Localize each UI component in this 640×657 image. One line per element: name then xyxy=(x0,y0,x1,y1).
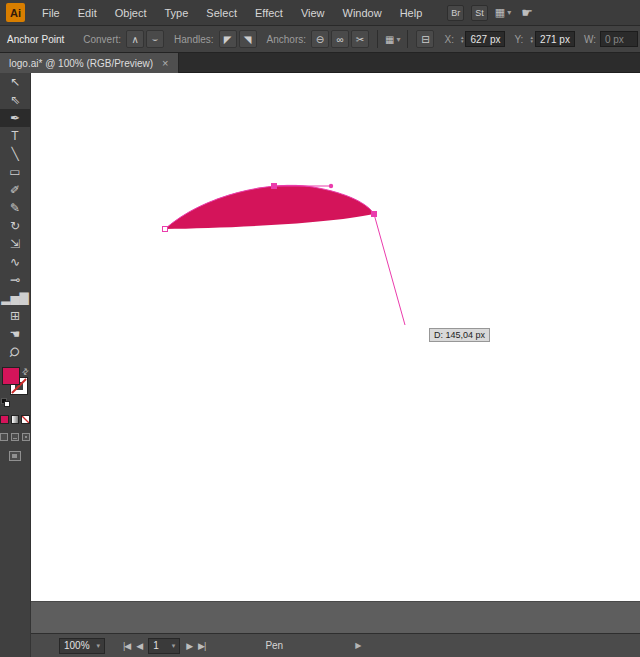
zoom-level-dropdown[interactable]: 100% ▾ xyxy=(59,638,105,654)
draw-inside-button[interactable] xyxy=(22,433,30,441)
artboard-tool[interactable]: ⊞ xyxy=(0,307,30,325)
rectangle-tool-icon: ▭ xyxy=(9,165,20,179)
pen-preview-line xyxy=(374,214,405,325)
hand-tool[interactable]: ☚ xyxy=(0,325,30,343)
bezier-handle-dot[interactable] xyxy=(329,184,333,188)
rectangle-tool[interactable]: ▭ xyxy=(0,163,30,181)
anchors-button-group: ⊖∞✂ xyxy=(310,30,370,48)
none-button[interactable] xyxy=(21,415,30,424)
menu-select[interactable]: Select xyxy=(197,0,246,26)
document-tab[interactable]: logo.ai* @ 100% (RGB/Preview) × xyxy=(0,53,179,73)
default-fill-stroke-icon[interactable] xyxy=(1,398,10,407)
color-button[interactable] xyxy=(0,415,9,424)
touch-pointer-icon[interactable]: ☛ xyxy=(521,5,533,20)
separator xyxy=(377,30,378,48)
menu-help[interactable]: Help xyxy=(391,0,432,26)
isolate-button[interactable]: ⊟ xyxy=(416,30,434,48)
menu-file[interactable]: File xyxy=(33,0,69,26)
x-stepper[interactable]: ▴ ▾ xyxy=(461,35,464,43)
artboard-number-dropdown[interactable]: 1 ▾ xyxy=(148,638,180,654)
eyedropper-tool[interactable]: ⊸ xyxy=(0,271,30,289)
menu-bar: Ai FileEditObjectTypeSelectEffectViewWin… xyxy=(0,0,640,26)
convert-point-button-0[interactable]: ∧ xyxy=(126,30,144,48)
y-stepper[interactable]: ▴ ▾ xyxy=(530,35,533,43)
w-field-group: W: 0 px xyxy=(575,31,638,47)
graph-tool-icon: ▂▅▇ xyxy=(1,291,29,305)
align-dropdown-button[interactable]: ▦ ▾ xyxy=(385,34,400,45)
stepper-down-icon: ▾ xyxy=(530,39,533,43)
menu-window[interactable]: Window xyxy=(334,0,391,26)
handle-display-button-0[interactable]: ◤ xyxy=(219,30,237,48)
pencil-tool-icon: ✎ xyxy=(10,201,20,215)
chevron-down-icon: ▾ xyxy=(172,642,176,650)
direct-selection-tool[interactable]: ⇖ xyxy=(0,91,30,109)
illustrator-window: Ai FileEditObjectTypeSelectEffectViewWin… xyxy=(0,0,640,657)
scale-tool-icon: ⇲ xyxy=(10,237,20,251)
hand-tool-icon: ☚ xyxy=(10,327,21,341)
zoom-tool[interactable]: Ϙ xyxy=(0,343,30,361)
anchor-edit-button-0[interactable]: ⊖ xyxy=(311,30,329,48)
pen-shape[interactable] xyxy=(165,185,374,229)
scale-tool[interactable]: ⇲ xyxy=(0,235,30,253)
line-tool[interactable]: ╲ xyxy=(0,145,30,163)
anchor-edit-button-1[interactable]: ∞ xyxy=(331,30,349,48)
direct-selection-tool-icon: ⇖ xyxy=(10,93,20,107)
handle-display-button-1[interactable]: ◥ xyxy=(239,30,257,48)
w-input[interactable]: 0 px xyxy=(600,31,638,47)
artboard-navigation: |◀ ◀ 1 ▾ ▶ ▶| xyxy=(123,638,205,654)
next-artboard-icon[interactable]: ▶ xyxy=(186,641,192,651)
menu-object[interactable]: Object xyxy=(106,0,156,26)
control-bar-title: Anchor Point xyxy=(7,34,64,45)
anchor-point-2[interactable] xyxy=(372,212,377,217)
rotate-tool[interactable]: ↻ xyxy=(0,217,30,235)
stepper-down-icon: ▾ xyxy=(461,39,464,43)
chevron-down-icon: ▾ xyxy=(396,35,400,44)
stock-button[interactable]: St xyxy=(471,5,488,21)
anchor-point-0[interactable] xyxy=(163,227,168,232)
paintbrush-tool-icon: ✐ xyxy=(10,183,20,197)
draw-behind-button[interactable] xyxy=(11,433,19,441)
y-input[interactable]: 271 px xyxy=(535,31,575,47)
status-flyout-icon[interactable]: ▶ xyxy=(355,641,361,650)
pencil-tool[interactable]: ✎ xyxy=(0,199,30,217)
document-tab-title: logo.ai* @ 100% (RGB/Preview) xyxy=(9,58,153,69)
x-input[interactable]: 627 px xyxy=(465,31,505,47)
handles-label: Handles: xyxy=(174,34,213,45)
type-tool-icon: T xyxy=(11,129,18,143)
zoom-value: 100% xyxy=(64,640,90,651)
draw-normal-button[interactable] xyxy=(0,433,8,441)
menu-edit[interactable]: Edit xyxy=(69,0,106,26)
last-artboard-icon[interactable]: ▶| xyxy=(198,641,205,651)
fill-color-swatch[interactable] xyxy=(2,367,20,385)
graph-tool[interactable]: ▂▅▇ xyxy=(0,289,30,307)
line-tool-icon: ╲ xyxy=(11,147,18,161)
width-tool[interactable]: ∿ xyxy=(0,253,30,271)
artboard[interactable]: D: 145,04 px xyxy=(31,73,640,601)
pen-tool[interactable]: ✒ xyxy=(0,109,30,127)
convert-point-button-1[interactable]: ⌣ xyxy=(146,30,164,48)
w-label: W: xyxy=(584,34,596,45)
y-field-group: Y: ▴ ▾ 271 px xyxy=(505,31,574,47)
distance-tooltip: D: 145,04 px xyxy=(429,328,490,342)
paintbrush-tool[interactable]: ✐ xyxy=(0,181,30,199)
screen-mode-button[interactable] xyxy=(9,451,21,461)
drawing-mode-buttons xyxy=(0,433,30,441)
rotate-tool-icon: ↻ xyxy=(10,219,20,233)
gradient-button[interactable] xyxy=(11,415,20,424)
artboard-canvas[interactable] xyxy=(31,73,640,601)
anchor-edit-button-2[interactable]: ✂ xyxy=(351,30,369,48)
close-icon[interactable]: × xyxy=(162,58,168,68)
selection-tool[interactable]: ↖ xyxy=(0,73,30,91)
bridge-button[interactable]: Br xyxy=(447,5,464,21)
previous-artboard-icon[interactable]: ◀ xyxy=(136,641,142,651)
artboard-tool-icon: ⊞ xyxy=(10,309,20,323)
type-tool[interactable]: T xyxy=(0,127,30,145)
menu-type[interactable]: Type xyxy=(156,0,198,26)
swap-fill-stroke-icon[interactable]: ⇄ xyxy=(20,366,31,377)
arrange-documents-button[interactable]: ▦ ▾ xyxy=(495,6,511,19)
status-bar: 100% ▾ |◀ ◀ 1 ▾ ▶ ▶| Pen ▶ xyxy=(31,633,640,657)
menu-view[interactable]: View xyxy=(292,0,334,26)
menu-effect[interactable]: Effect xyxy=(246,0,292,26)
anchor-point-1[interactable] xyxy=(272,184,277,189)
first-artboard-icon[interactable]: |◀ xyxy=(123,641,130,651)
